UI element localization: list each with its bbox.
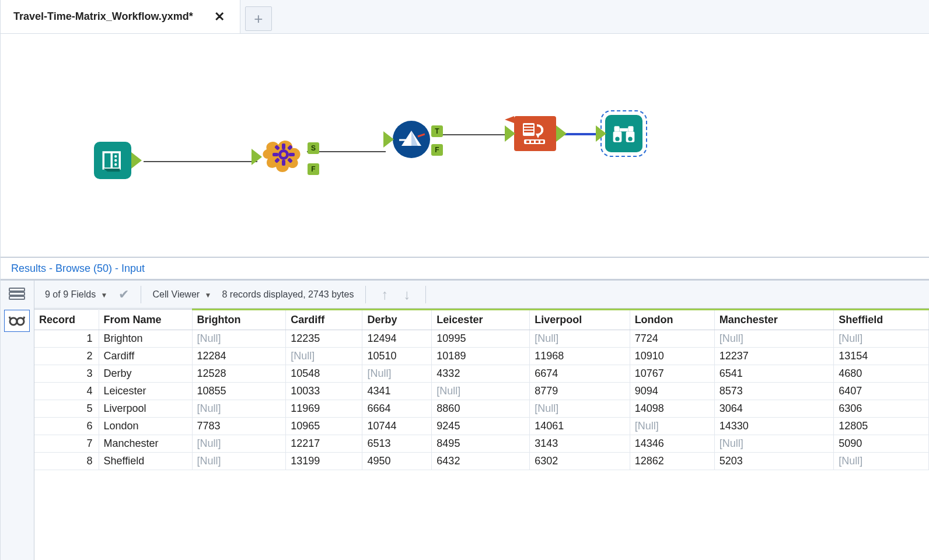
cell-viewer-selector[interactable]: Cell Viewer ▼	[153, 289, 214, 300]
data-cell[interactable]: 10189	[432, 348, 530, 365]
column-header[interactable]: Sheffield	[834, 310, 929, 330]
input-anchor[interactable]	[505, 125, 515, 142]
data-cell[interactable]: 4332	[432, 365, 530, 383]
column-header[interactable]: Cardiff	[286, 310, 362, 330]
data-cell[interactable]: 4950	[362, 453, 432, 470]
data-cell[interactable]: 10965	[286, 418, 362, 435]
apply-check-icon[interactable]: ✔	[118, 287, 129, 302]
data-cell[interactable]: 7724	[630, 330, 714, 348]
data-cell[interactable]: 11968	[530, 348, 630, 365]
formula-tool[interactable]: T F	[383, 121, 430, 158]
from-name-cell[interactable]: Brighton	[99, 330, 192, 348]
data-cell[interactable]: [Null]	[530, 330, 630, 348]
data-cell[interactable]: 12235	[286, 330, 362, 348]
data-cell[interactable]: 5203	[714, 453, 834, 470]
from-name-cell[interactable]: Leicester	[99, 383, 192, 400]
data-cell[interactable]: [Null]	[834, 453, 929, 470]
data-cell[interactable]: 12862	[630, 453, 714, 470]
data-cell[interactable]: [Null]	[834, 330, 929, 348]
table-row[interactable]: 8Sheffield[Null]131994950643263021286252…	[34, 453, 929, 470]
data-view-button[interactable]	[4, 310, 30, 332]
data-cell[interactable]: [Null]	[192, 400, 286, 418]
data-cell[interactable]: [Null]	[286, 348, 362, 365]
data-cell[interactable]: 10510	[362, 348, 432, 365]
data-cell[interactable]: 6306	[834, 400, 929, 418]
table-row[interactable]: 6London77831096510744924514061[Null]1433…	[34, 418, 929, 435]
data-cell[interactable]: 6513	[362, 435, 432, 453]
results-title-bar[interactable]: Results - Browse (50) - Input	[1, 257, 929, 280]
from-name-cell[interactable]: Liverpool	[99, 400, 192, 418]
anchor-t[interactable]: T	[431, 125, 443, 137]
data-cell[interactable]: 6541	[714, 365, 834, 383]
input-anchor[interactable]	[252, 149, 262, 165]
data-cell[interactable]: 12528	[192, 365, 286, 383]
record-number-cell[interactable]: 7	[34, 435, 99, 453]
data-cell[interactable]: 14098	[630, 400, 714, 418]
data-cell[interactable]: 6302	[530, 453, 630, 470]
data-cell[interactable]: 12805	[834, 418, 929, 435]
close-icon[interactable]: ✕	[209, 8, 229, 26]
data-cell[interactable]: 14330	[714, 418, 834, 435]
anchor-s[interactable]: S	[308, 142, 319, 154]
data-cell[interactable]: 8779	[530, 383, 630, 400]
input-anchor[interactable]	[596, 125, 606, 142]
results-grid[interactable]: RecordFrom NameBrightonCardiffDerbyLeice…	[34, 309, 929, 560]
data-cell[interactable]: 6674	[530, 365, 630, 383]
column-header[interactable]: Brighton	[192, 310, 286, 330]
data-cell[interactable]: [Null]	[362, 365, 432, 383]
crosstab-tool[interactable]	[505, 116, 567, 151]
table-row[interactable]: 4Leicester10855100334341[Null]8779909485…	[34, 383, 929, 400]
record-number-cell[interactable]: 1	[34, 330, 99, 348]
data-cell[interactable]: [Null]	[714, 435, 834, 453]
from-name-cell[interactable]: Cardiff	[99, 348, 192, 365]
record-number-cell[interactable]: 5	[34, 400, 99, 418]
data-cell[interactable]: 9094	[630, 383, 714, 400]
data-cell[interactable]: 4680	[834, 365, 929, 383]
data-cell[interactable]: 9245	[432, 418, 530, 435]
column-header[interactable]: Liverpool	[530, 310, 630, 330]
table-row[interactable]: 3Derby1252810548[Null]433266741076765414…	[34, 365, 929, 383]
column-header[interactable]: Derby	[362, 310, 432, 330]
data-cell[interactable]: 8495	[432, 435, 530, 453]
data-cell[interactable]: 10767	[630, 365, 714, 383]
record-number-cell[interactable]: 8	[34, 453, 99, 470]
record-number-cell[interactable]: 3	[34, 365, 99, 383]
data-cell[interactable]: 10995	[432, 330, 530, 348]
data-cell[interactable]: 8573	[714, 383, 834, 400]
previous-record-button[interactable]: ↑	[378, 286, 392, 303]
input-data-tool[interactable]	[94, 142, 142, 179]
record-number-cell[interactable]: 2	[34, 348, 99, 365]
column-header[interactable]: Leicester	[432, 310, 530, 330]
macro-tool[interactable]: S F	[252, 134, 306, 180]
record-number-cell[interactable]: 4	[34, 383, 99, 400]
connection-input-macro[interactable]	[144, 161, 257, 162]
data-cell[interactable]: 3064	[714, 400, 834, 418]
data-cell[interactable]: 12237	[714, 348, 834, 365]
data-cell[interactable]: 10548	[286, 365, 362, 383]
data-cell[interactable]: 12284	[192, 348, 286, 365]
column-header[interactable]: From Name	[99, 310, 192, 330]
input-anchor[interactable]	[383, 131, 394, 148]
column-header[interactable]: London	[630, 310, 714, 330]
table-row[interactable]: 1Brighton[Null]122351249410995[Null]7724…	[34, 330, 929, 348]
data-cell[interactable]: 6407	[834, 383, 929, 400]
data-cell[interactable]: 14061	[530, 418, 630, 435]
from-name-cell[interactable]: Derby	[99, 365, 192, 383]
messages-view-button[interactable]	[4, 283, 30, 305]
data-cell[interactable]: 13199	[286, 453, 362, 470]
data-cell[interactable]: 10033	[286, 383, 362, 400]
data-cell[interactable]: 12217	[286, 435, 362, 453]
data-cell[interactable]: 13154	[834, 348, 929, 365]
from-name-cell[interactable]: Sheffield	[99, 453, 192, 470]
data-cell[interactable]: 14346	[630, 435, 714, 453]
workflow-canvas[interactable]: S F T F	[1, 34, 929, 257]
connection-formula-crosstab[interactable]	[436, 134, 508, 135]
column-header[interactable]: Manchester	[714, 310, 834, 330]
data-cell[interactable]: 7783	[192, 418, 286, 435]
data-cell[interactable]: 10910	[630, 348, 714, 365]
table-row[interactable]: 5Liverpool[Null]1196966648860[Null]14098…	[34, 400, 929, 418]
data-cell[interactable]: [Null]	[630, 418, 714, 435]
data-cell[interactable]: 6432	[432, 453, 530, 470]
anchor-f[interactable]: F	[431, 144, 443, 156]
data-cell[interactable]: 5090	[834, 435, 929, 453]
